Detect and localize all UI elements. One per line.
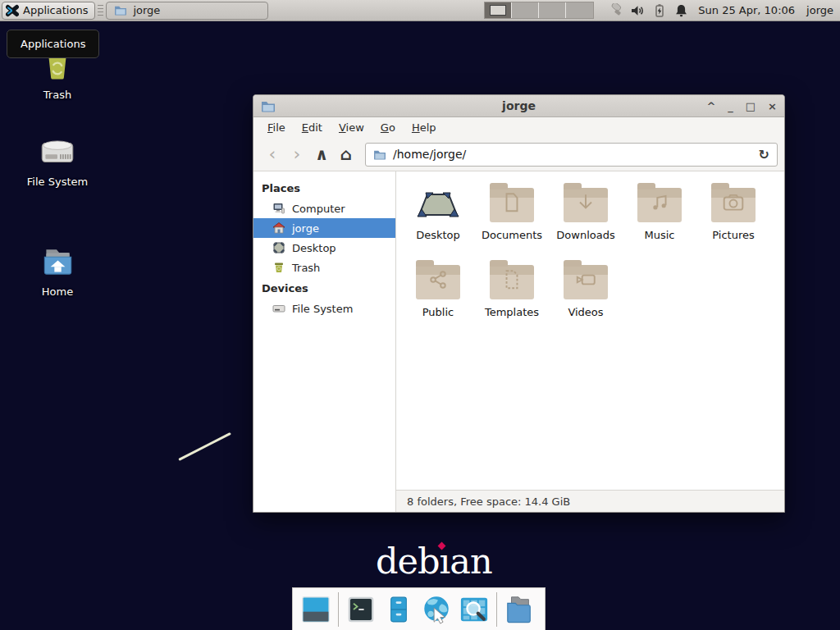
desktop-icon	[272, 241, 285, 254]
folder-icon	[416, 265, 460, 299]
folder-stack-icon	[504, 595, 535, 624]
folder-icon	[490, 265, 534, 299]
folder-icon	[114, 5, 127, 16]
menu-view[interactable]: View	[331, 119, 372, 136]
maximize-button[interactable]: □	[746, 95, 756, 117]
file-label: Documents	[482, 229, 542, 241]
file-label: Public	[422, 306, 454, 318]
sidebar-header-devices: Devices	[253, 277, 395, 299]
sidebar-item-label: Computer	[292, 203, 345, 215]
share-glyph	[427, 268, 449, 291]
up-button[interactable]: ∧	[309, 142, 334, 167]
file-item-music[interactable]: Music	[623, 180, 696, 257]
sidebar-header-places: Places	[253, 177, 395, 199]
window-controls: ^ _ □ ×	[706, 95, 777, 117]
shade-button[interactable]: ^	[706, 95, 715, 117]
application-finder-launcher[interactable]	[459, 594, 490, 625]
file-item-templates[interactable]: Templates	[475, 257, 549, 334]
file-label: Downloads	[556, 229, 614, 241]
menu-file[interactable]: File	[259, 119, 294, 136]
desktop-icon-home[interactable]: Home	[15, 244, 100, 298]
desktop-icon-label: File System	[27, 176, 88, 188]
sidebar-item-label: Trash	[292, 262, 320, 274]
web-browser-launcher[interactable]	[421, 594, 452, 625]
sidebar-item-jorge[interactable]: jorge	[253, 218, 395, 238]
applications-menu-label: Applications	[23, 4, 88, 16]
battery-icon[interactable]	[653, 3, 666, 18]
file-label: Templates	[485, 306, 539, 318]
system-tray	[605, 3, 688, 18]
trash-icon	[272, 261, 285, 274]
taskbar-window-button[interactable]: jorge	[106, 2, 268, 20]
menu-edit[interactable]: Edit	[294, 119, 331, 136]
dock-separator	[338, 592, 339, 627]
session-user-menu[interactable]: jorge	[806, 4, 833, 16]
stylus-icon[interactable]	[605, 3, 622, 18]
path-folder-icon	[373, 149, 386, 160]
desktop-icon-file-system[interactable]: File System	[15, 132, 100, 188]
workspace-1[interactable]	[485, 2, 512, 18]
folder-icon	[490, 188, 534, 222]
file-item-pictures[interactable]: Pictures	[696, 180, 770, 257]
file-item-desktop[interactable]: Desktop	[401, 180, 475, 257]
drive-icon	[272, 302, 285, 315]
sidebar-item-label: Desktop	[292, 242, 336, 254]
camera-glyph	[722, 191, 745, 214]
sidebar-item-trash[interactable]: Trash	[253, 258, 395, 277]
workspace-2[interactable]	[512, 2, 539, 18]
volume-icon[interactable]	[630, 3, 645, 18]
show-desktop-button[interactable]	[300, 594, 331, 625]
applications-menu-button[interactable]: Applications	[2, 2, 95, 20]
wallpaper-line	[178, 432, 231, 461]
file-label: Desktop	[416, 229, 460, 241]
location-bar[interactable]: /home/jorge/ ↻	[365, 143, 778, 167]
status-text: 8 folders, Free space: 14.4 GiB	[407, 495, 570, 508]
web-browser-globe-icon	[421, 594, 452, 625]
sidebar-item-label: File System	[292, 303, 353, 315]
dock-separator	[496, 592, 497, 627]
home-folder-icon	[39, 244, 76, 281]
sidebar-item-desktop[interactable]: Desktop	[253, 238, 395, 258]
workspace-4[interactable]	[566, 2, 593, 18]
notifications-bell-icon[interactable]	[674, 3, 688, 18]
home-button[interactable]: ⌂	[334, 142, 358, 167]
file-item-videos[interactable]: Videos	[549, 257, 623, 334]
reload-icon[interactable]: ↻	[759, 147, 769, 162]
toolbar: ‹ › ∧ ⌂ /home/jorge/ ↻	[253, 138, 784, 171]
file-item-public[interactable]: Public	[401, 257, 475, 334]
sidebar-item-file-system[interactable]: File System	[253, 299, 395, 318]
menu-go[interactable]: Go	[372, 119, 404, 136]
path-text[interactable]: /home/jorge/	[393, 148, 752, 161]
panel-clock[interactable]: Sun 25 Apr, 10:06	[698, 4, 795, 16]
back-button[interactable]: ‹	[260, 142, 285, 167]
file-manager-window: jorge ^ _ □ × File Edit View Go Help ‹ ›…	[253, 94, 785, 513]
minimize-button[interactable]: _	[728, 95, 733, 117]
sidebar-item-computer[interactable]: Computer	[253, 199, 395, 218]
file-label: Music	[645, 229, 675, 241]
hard-drive-icon	[38, 132, 77, 171]
file-item-documents[interactable]: Documents	[475, 180, 549, 257]
sidebar-item-label: jorge	[292, 222, 319, 235]
terminal-launcher[interactable]	[345, 594, 377, 625]
file-manager-launcher[interactable]	[383, 594, 414, 625]
window-title: jorge	[253, 99, 784, 112]
workspace-3[interactable]	[539, 2, 566, 18]
home-icon	[272, 221, 285, 235]
close-button[interactable]: ×	[768, 95, 777, 117]
file-item-downloads[interactable]: Downloads	[549, 180, 623, 257]
places-sidebar: Places Computer	[253, 171, 396, 512]
window-titlebar[interactable]: jorge ^ _ □ ×	[253, 95, 784, 117]
file-view: Desktop Documents	[396, 171, 784, 490]
desktop-screen: Applications jorge	[0, 0, 840, 630]
menu-help[interactable]: Help	[404, 119, 445, 136]
menu-bar: File Edit View Go Help	[253, 117, 784, 138]
desktop-icon-label: Home	[42, 285, 73, 298]
top-panel: Applications jorge	[0, 0, 840, 21]
file-cabinet-icon	[385, 595, 413, 624]
computer-icon	[272, 202, 285, 215]
forward-button[interactable]: ›	[285, 142, 309, 167]
directory-menu-launcher[interactable]	[504, 594, 535, 625]
template-glyph	[501, 268, 523, 291]
file-label: Videos	[568, 306, 603, 318]
panel-handle[interactable]	[98, 5, 103, 16]
